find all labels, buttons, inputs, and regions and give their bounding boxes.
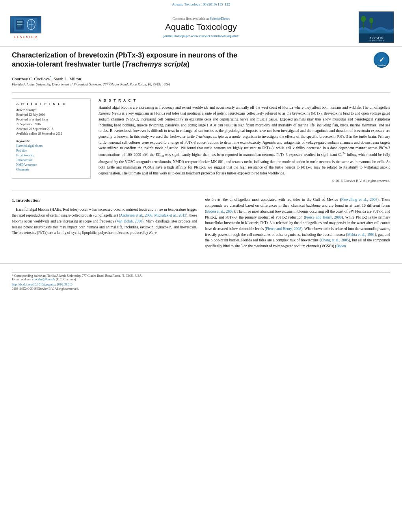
- ref-flewelling[interactable]: Flewelling et al., 2005: [341, 198, 378, 202]
- email-label: E-mail address:: [12, 278, 32, 281]
- body-right-col: nia brevis, the dinoflagellate most asso…: [205, 197, 390, 251]
- svg-point-14: [369, 18, 373, 23]
- left-column: A R T I C L E I N F O Article history: R…: [12, 98, 91, 185]
- svg-text:✓: ✓: [378, 56, 384, 64]
- svg-rect-2: [17, 21, 22, 22]
- ref-vandolah[interactable]: Van Dolah, 2000: [117, 219, 142, 223]
- body-divider: [12, 191, 390, 191]
- journal-center: Contents lists available at ScienceDirec…: [43, 17, 359, 38]
- email-address[interactable]: ccocilvo@fau.edu: [32, 278, 55, 281]
- received-date: Received 12 July 2016: [16, 113, 86, 117]
- svg-rect-4: [17, 24, 22, 25]
- svg-rect-5: [17, 26, 21, 26]
- kw-4[interactable]: Tetrodotoxin: [16, 158, 32, 162]
- intro-left-para: Harmful algal blooms (HABs, Red tides) o…: [12, 207, 197, 236]
- intro-right-para: nia brevis, the dinoflagellate most asso…: [205, 197, 390, 249]
- ref-cheng[interactable]: Cheng et al., 2005: [321, 238, 349, 242]
- elsevier-logo-image: [10, 16, 41, 33]
- corresponding-note: * Corresponding author at: Florida Atlan…: [12, 272, 390, 281]
- ref-baden2[interactable]: Baden: [336, 244, 346, 248]
- keywords-section: Keywords: Harmful algal bloom Red tide E…: [16, 139, 86, 172]
- doi-text: Aquatic Toxicology 180 (2016) 115–122: [172, 2, 230, 6]
- homepage-url[interactable]: www.elsevier.com/locate/aquatox: [191, 34, 238, 38]
- aquatic-toxicology-logo: AQUATIC TOXICOLOGY: [359, 11, 394, 43]
- article-info-abstract: A R T I C L E I N F O Article history: R…: [12, 98, 390, 185]
- article-info-box: A R T I C L E I N F O Article history: R…: [12, 98, 91, 179]
- article-history: Article history: Received 12 July 2016 R…: [16, 108, 86, 136]
- revised-date: 22 September 2016: [16, 122, 86, 127]
- author-primary: Courtney C. Cocilova: [12, 76, 50, 81]
- journal-header: ELSEVIER Contents lists available at Sci…: [0, 8, 402, 47]
- sciencedirect-link[interactable]: ScienceDirect: [210, 17, 229, 20]
- authors-line: Courtney C. Cocilova*, Sarah L. Milton: [12, 76, 390, 81]
- kw-6[interactable]: Glutamate: [16, 168, 29, 171]
- body-left-col: 1. Introduction Harmful algal blooms (HA…: [12, 197, 197, 251]
- article-info-label: A R T I C L E I N F O: [16, 102, 86, 106]
- article-header: Characterization of brevetoxin (PbTx-3) …: [12, 51, 390, 72]
- journal-homepage: journal homepage: www.elsevier.com/locat…: [51, 34, 351, 38]
- svg-point-12: [361, 16, 366, 22]
- received-revised-label: Received in revised form: [16, 117, 86, 122]
- keywords-list: Harmful algal bloom Red tide Excitotoxic…: [16, 144, 86, 172]
- body-section: 1. Introduction Harmful algal blooms (HA…: [12, 197, 390, 251]
- svg-text:CrossMark: CrossMark: [376, 64, 387, 67]
- ref-anderson[interactable]: Anderson et al., 2008; Michalak et al., …: [120, 213, 186, 217]
- kw-3[interactable]: Excitotoxicity: [16, 154, 34, 157]
- article-content: Characterization of brevetoxin (PbTx-3) …: [0, 47, 402, 260]
- title-end: ): [187, 60, 190, 68]
- affiliation: Florida Atlantic University, Department …: [12, 82, 390, 86]
- abstract-text: Harmful algal blooms are increasing in f…: [99, 105, 390, 176]
- kw-5[interactable]: NMDA receptor: [16, 163, 37, 167]
- accepted-date: Accepted 26 September 2016: [16, 127, 86, 132]
- crossmark-logo[interactable]: ✓ CrossMark: [372, 51, 390, 69]
- footer-divider: [12, 270, 390, 270]
- right-column: A B S T R A C T Harmful algal blooms are…: [99, 98, 390, 185]
- email-suffix: (C.C. Cocilova).: [56, 278, 77, 281]
- page: Aquatic Toxicology 180 (2016) 115–122 EL…: [0, 0, 402, 532]
- svg-rect-3: [17, 22, 22, 23]
- ref-pierce2008b[interactable]: Pierce and Henry, 2008: [266, 227, 301, 231]
- footer-doi[interactable]: http://dx.doi.org/10.1016/j.aquatox.2016…: [12, 283, 390, 286]
- corresponding-text: * Corresponding author at: Florida Atlan…: [12, 274, 142, 278]
- header-divider: [12, 92, 390, 93]
- journal-title: Aquatic Toxicology: [51, 22, 351, 32]
- article-footer: * Corresponding author at: Florida Atlan…: [0, 263, 402, 294]
- sciencedirect-line: Contents lists available at ScienceDirec…: [51, 17, 351, 20]
- ref-mehta[interactable]: Mehta et al., 1991: [347, 233, 375, 237]
- doi-bar: Aquatic Toxicology 180 (2016) 115–122: [0, 0, 402, 8]
- abstract-label: A B S T R A C T: [99, 98, 390, 102]
- article-title: Characterization of brevetoxin (PbTx-3) …: [12, 51, 367, 69]
- title-line1: Characterization of brevetoxin (PbTx-3) …: [12, 51, 237, 59]
- svg-text:AQUATIC: AQUATIC: [370, 37, 383, 39]
- available-date: Available online 28 September 2016: [16, 132, 86, 136]
- footer-issn: 0166-445X/© 2016 Elsevier B.V. All right…: [12, 287, 390, 291]
- kw-2[interactable]: Red tide: [16, 149, 27, 152]
- title-line2: anoxia-tolerant freshwater turtle (: [12, 60, 125, 68]
- ref-pierce2008[interactable]: Pierce and Henry, 2008: [305, 215, 342, 219]
- ref-baden[interactable]: Baden et al., 2005: [206, 209, 233, 213]
- author-secondary: , Sarah L. Milton: [51, 76, 81, 81]
- abstract-box: A B S T R A C T Harmful algal blooms are…: [99, 98, 390, 182]
- copyright-line: © 2016 Elsevier B.V. All rights reserved…: [99, 179, 390, 183]
- homepage-label: journal homepage:: [164, 34, 190, 38]
- article-title-block: Characterization of brevetoxin (PbTx-3) …: [12, 51, 372, 72]
- title-italic: Trachemys scripta: [125, 60, 187, 68]
- crossmark-circle: ✓ CrossMark: [374, 52, 389, 68]
- svg-text:TOXICOLOGY: TOXICOLOGY: [368, 40, 384, 42]
- keywords-label: Keywords:: [16, 139, 86, 143]
- elsevier-text: ELSEVIER: [13, 35, 38, 39]
- history-label: Article history:: [16, 108, 86, 112]
- sciencedirect-text: Contents lists available at: [173, 17, 209, 20]
- kw-1[interactable]: Harmful algal bloom: [16, 144, 43, 148]
- intro-heading: 1. Introduction: [12, 197, 197, 204]
- elsevier-logo: ELSEVIER: [8, 16, 43, 39]
